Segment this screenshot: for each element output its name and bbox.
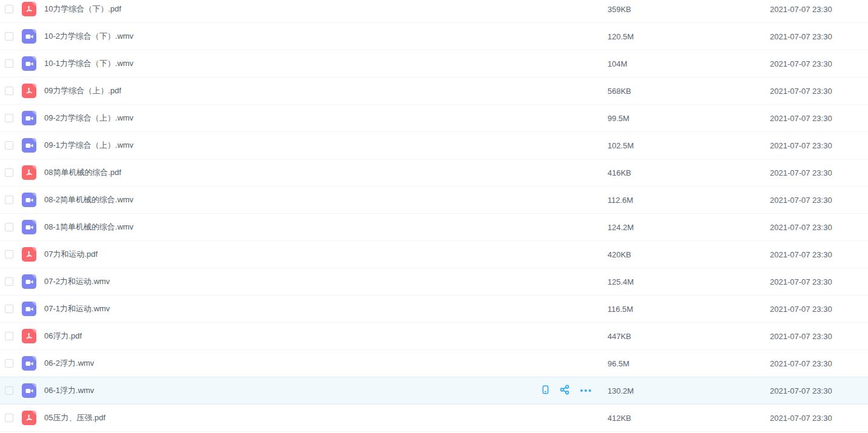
file-name[interactable]: 06-2浮力.wmv xyxy=(44,358,94,369)
table-row[interactable]: 07-2力和运动.wmv xyxy=(0,268,868,296)
table-row[interactable]: 10力学综合（下）.pdf xyxy=(0,0,868,23)
video-file-icon xyxy=(22,193,36,207)
table-row[interactable]: 08-2简单机械的综合.wmv xyxy=(0,187,868,214)
video-file-icon xyxy=(22,111,36,125)
row-checkbox[interactable] xyxy=(5,250,13,259)
file-date: 2021-07-07 23:30 xyxy=(770,32,832,41)
file-date: 2021-07-07 23:30 xyxy=(770,59,832,68)
table-row[interactable]: 07力和运动.pdf xyxy=(0,241,868,268)
file-name[interactable]: 09力学综合（上）.pdf xyxy=(44,85,121,96)
file-date: 2021-07-07 23:30 xyxy=(770,196,832,205)
video-file-icon xyxy=(22,356,36,371)
file-size: 99.5M xyxy=(608,114,629,123)
video-file-icon xyxy=(22,29,36,44)
file-name[interactable]: 08-1简单机械的综合.wmv xyxy=(44,222,133,233)
row-checkbox[interactable] xyxy=(5,196,13,204)
video-file-icon xyxy=(22,220,36,234)
file-size: 130.2M xyxy=(608,386,634,395)
file-name[interactable]: 08简单机械的综合.pdf xyxy=(44,167,121,178)
file-name[interactable]: 07力和运动.pdf xyxy=(44,249,98,260)
file-date: 2021-07-07 23:30 xyxy=(770,87,832,96)
table-row[interactable]: 07-1力和运动.wmv xyxy=(0,296,868,323)
file-list: 10力学综合（下）.pdf xyxy=(0,0,868,432)
table-row[interactable]: 09-2力学综合（上）.wmv xyxy=(0,105,868,132)
pdf-file-icon xyxy=(22,165,36,180)
more-actions-button[interactable] xyxy=(579,386,592,395)
file-size: 412KB xyxy=(608,414,631,423)
table-row[interactable]: 10-2力学综合（下）.wmv xyxy=(0,23,868,50)
share-icon xyxy=(559,384,571,397)
file-date: 2021-07-07 23:30 xyxy=(770,305,832,314)
table-row[interactable]: 08-1简单机械的综合.wmv xyxy=(0,214,868,241)
row-checkbox[interactable] xyxy=(5,168,13,177)
video-file-icon xyxy=(22,56,36,71)
row-checkbox[interactable] xyxy=(5,332,13,340)
file-date: 2021-07-07 23:30 xyxy=(770,359,832,368)
file-date: 2021-07-07 23:30 xyxy=(770,386,832,395)
pdf-file-icon xyxy=(22,329,36,343)
file-size: 124.2M xyxy=(608,223,634,232)
pdf-file-icon xyxy=(22,411,36,425)
video-file-icon xyxy=(22,302,36,316)
video-file-icon xyxy=(22,274,36,289)
table-row[interactable]: 08简单机械的综合.pdf xyxy=(0,159,868,187)
table-row[interactable]: 06-2浮力.wmv xyxy=(0,350,868,377)
phone-icon xyxy=(540,385,551,397)
file-date: 2021-07-07 23:30 xyxy=(770,332,832,341)
row-checkbox[interactable] xyxy=(5,32,13,41)
file-name[interactable]: 09-1力学综合（上）.wmv xyxy=(44,140,133,151)
row-checkbox[interactable] xyxy=(5,414,13,422)
file-size: 112.6M xyxy=(608,196,633,205)
file-date: 2021-07-07 23:30 xyxy=(770,168,832,177)
file-name[interactable]: 10力学综合（下）.pdf xyxy=(44,4,121,15)
file-size: 116.5M xyxy=(608,305,633,314)
file-name[interactable]: 07-1力和运动.wmv xyxy=(44,303,110,314)
pdf-file-icon xyxy=(22,2,36,16)
file-name[interactable]: 07-2力和运动.wmv xyxy=(44,276,110,287)
file-date: 2021-07-07 23:30 xyxy=(770,5,832,14)
file-name[interactable]: 06浮力.pdf xyxy=(44,331,82,342)
send-to-phone-button[interactable] xyxy=(540,385,551,397)
file-size: 420KB xyxy=(608,250,631,259)
row-checkbox[interactable] xyxy=(5,5,13,13)
file-name[interactable]: 08-2简单机械的综合.wmv xyxy=(44,194,133,205)
video-file-icon xyxy=(22,138,36,153)
row-checkbox[interactable] xyxy=(5,59,13,68)
pdf-file-icon xyxy=(22,247,36,262)
file-size: 120.5M xyxy=(608,32,634,41)
share-button[interactable] xyxy=(559,384,571,397)
file-size: 125.4M xyxy=(608,277,634,286)
file-name[interactable]: 10-1力学综合（下）.wmv xyxy=(44,58,133,69)
file-size: 359KB xyxy=(608,5,631,14)
row-checkbox[interactable] xyxy=(5,223,13,231)
row-checkbox[interactable] xyxy=(5,305,13,313)
table-row[interactable]: 05压力、压强.pdf xyxy=(0,405,868,432)
file-name[interactable]: 09-2力学综合（上）.wmv xyxy=(44,113,133,124)
file-size: 416KB xyxy=(608,168,631,177)
file-size: 96.5M xyxy=(608,359,629,368)
video-file-icon xyxy=(22,383,36,398)
file-date: 2021-07-07 23:30 xyxy=(770,414,832,423)
table-row[interactable]: 06浮力.pdf xyxy=(0,323,868,350)
file-name[interactable]: 05压力、压强.pdf xyxy=(44,412,105,423)
row-checkbox[interactable] xyxy=(5,141,13,150)
file-size: 447KB xyxy=(608,332,631,341)
table-row[interactable]: 06-1浮力.wmv xyxy=(0,377,868,405)
table-row[interactable]: 10-1力学综合（下）.wmv xyxy=(0,50,868,78)
file-date: 2021-07-07 23:30 xyxy=(770,114,832,123)
row-checkbox[interactable] xyxy=(5,277,13,286)
row-checkbox[interactable] xyxy=(5,359,13,368)
file-date: 2021-07-07 23:30 xyxy=(770,250,832,259)
row-checkbox[interactable] xyxy=(5,114,13,122)
file-size: 102.5M xyxy=(608,141,634,150)
file-date: 2021-07-07 23:30 xyxy=(770,223,832,232)
file-name[interactable]: 10-2力学综合（下）.wmv xyxy=(44,31,133,42)
row-actions xyxy=(540,377,592,404)
file-name[interactable]: 06-1浮力.wmv xyxy=(44,385,94,396)
table-row[interactable]: 09-1力学综合（上）.wmv xyxy=(0,132,868,159)
row-checkbox[interactable] xyxy=(5,386,13,395)
table-row[interactable]: 09力学综合（上）.pdf xyxy=(0,78,868,105)
file-size: 104M xyxy=(608,59,628,68)
row-checkbox[interactable] xyxy=(5,87,13,95)
file-date: 2021-07-07 23:30 xyxy=(770,277,832,286)
